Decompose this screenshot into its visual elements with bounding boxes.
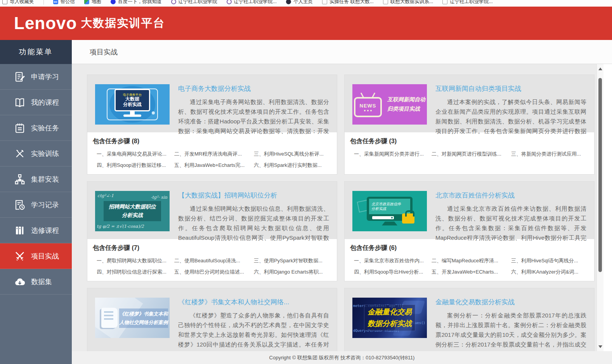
project-description: 通过采集电子商务网站数据、利用数据清洗、数据分析、数据可视化技术完成整体项目的开… — [178, 97, 329, 136]
sidebar-title: 功能菜单 — [0, 40, 72, 64]
page-titlebar: 项目实战 — [72, 40, 612, 64]
page-icon — [442, 0, 447, 4]
sidebar-item-experiment-training[interactable]: 实验训练 — [0, 141, 72, 166]
app-header: Lenovo 大数据实训平台 — [0, 7, 612, 40]
step-item: 二、对新闻网页进行模型训练... — [432, 151, 511, 158]
project-title-link[interactable]: 《红楼梦》书集文本和人物社交网络... — [178, 298, 329, 307]
thumbnail-caption: 招聘网站大数据职位 分析实战 — [104, 201, 161, 221]
page-icon — [383, 0, 388, 4]
step-item: 五、利用JavaWeb+Echarts完... — [174, 162, 254, 169]
open-book-icon — [14, 97, 26, 108]
sidebar-item-project-practice[interactable]: 项目实战 — [0, 243, 72, 269]
scrollbar-thumb[interactable] — [598, 78, 602, 272]
project-title-link[interactable]: 金融量化交易数据分析实战 — [435, 298, 586, 307]
project-thumbnail[interactable]: 《红楼梦》书集文本和 人物社交网络分析案例 — [95, 298, 170, 338]
step-item: 五、使用结巴分词对岗位描述... — [174, 269, 254, 276]
bookmark-item[interactable]: 辽宁社工职业学院... — [442, 0, 492, 5]
project-card-beijing-letters: 北京市政百姓信件 分析实战 北京市政百姓信件分析实战 通过 — [345, 182, 594, 281]
thumbnail-caption: 《红楼梦》书集文本和 人物社交网络分析案例 — [119, 309, 168, 328]
project-description: 通过本案例的实战，了解类似今日头条、网易新闻等企业在新闻产品类应用的实现原理。项… — [435, 97, 586, 136]
steps-count-label: 包含任务步骤 (7) — [93, 244, 331, 252]
tv-news-icon: NEWS — [354, 97, 382, 117]
step-item: 六、利用Spark进行实时数据... — [254, 162, 331, 169]
project-card-ecommerce: 电子商务平台 大数据 分析实战 电子商务大数据分析实战 — [87, 75, 337, 174]
formula-doodle: ctg²∠-1 — [97, 193, 114, 198]
bookmark-item[interactable]: 百度一下，你就知道 — [111, 0, 162, 5]
scroll-down-arrow[interactable] — [597, 343, 603, 350]
project-thumbnail[interactable]: meters.contains("age")){ dQuery<Person> … — [352, 298, 427, 338]
sidebar-item-experiment-tasks[interactable]: 实验任务 — [0, 115, 72, 141]
bookmark-item[interactable]: oc智公信 — [53, 0, 75, 5]
sidebar-item-apply-learning[interactable]: 申请学习 — [0, 64, 72, 90]
notepad-icon — [14, 122, 26, 134]
copyright-text: Copyright © 联想集团 版权所有 技术咨询：010-82793540(… — [269, 354, 415, 361]
step-item: 三、利用HiveSQL离线分析评... — [254, 151, 331, 158]
step-item: 三、利用HiveSql语句离线分... — [511, 257, 589, 264]
book-icon — [101, 308, 118, 328]
step-item: 六、利用Django Echarts将职... — [254, 269, 331, 276]
crossed-swords-icon — [14, 250, 26, 262]
project-thumbnail[interactable]: ctg²∠-1 tg φ/2 = ±√(1-cosα)/2 -tg²· sin … — [95, 191, 170, 231]
baidu-icon — [111, 0, 116, 4]
step-item: 六、利用IKAnalyzer分词&词... — [511, 269, 589, 276]
dot-shape — [152, 111, 155, 114]
sidebar-item-dataset[interactable]: 数据集 — [0, 269, 72, 295]
site-icon — [286, 0, 291, 4]
project-card-hongloumeng: 《红楼梦》书集文本和 人物社交网络分析案例 《红楼梦》书集文本和人物社交网络..… — [87, 288, 337, 351]
step-item: 二、使用BeautifulSoup清洗... — [174, 257, 254, 264]
project-title-link[interactable]: 北京市政百姓信件分析实战 — [435, 191, 586, 200]
sitemap-icon — [14, 173, 26, 185]
step-item: 四、利用Sqoop导出Hive分析... — [354, 269, 432, 276]
project-description: 通过采集北京市政百姓信件来访数据、利用数据清洗、数据分析、数据可视化技术完成整体… — [435, 204, 586, 243]
project-thumbnail[interactable]: NEWS 互联网新闻自动 归类项目实战 — [352, 84, 427, 125]
map-icon — [84, 0, 89, 4]
page-title: 项目实战 — [90, 47, 118, 57]
briefcase-icon — [402, 213, 414, 224]
bookmark-item[interactable]: 地图 — [84, 0, 101, 5]
sidebar-item-my-courses[interactable]: 我的课程 — [0, 90, 72, 115]
project-description: 《红楼梦》塑造了众多的人物形象，他们各自具有自己独特的个性特征，成为不朽的艺术典… — [178, 310, 329, 349]
project-thumbnail[interactable]: 北京市政百姓信件 分析实战 — [352, 191, 427, 231]
sidebar-item-label: 申请学习 — [31, 72, 59, 81]
page-icon — [322, 0, 327, 4]
bookmark-import[interactable]: 导入收藏夹 — [2, 0, 34, 5]
sidebar-item-cluster-install[interactable]: 集群安装 — [0, 166, 72, 192]
sidebar-item-label: 项目实战 — [31, 251, 59, 261]
bookmark-item[interactable]: 实操任务 联想大数... — [322, 0, 374, 5]
cloud-download-icon — [14, 276, 26, 288]
content-scroll-region[interactable]: 电子商务平台 大数据 分析实战 电子商务大数据分析实战 — [72, 64, 596, 351]
project-card-recruit: ctg²∠-1 tg φ/2 = ±√(1-cosα)/2 -tg²· sin … — [87, 182, 337, 281]
sidebar-item-learning-records[interactable]: 学习记录 — [0, 192, 72, 218]
sidebar-item-label: 学习记录 — [31, 200, 59, 210]
project-description: 通过采集招聘网站大数据职位信息、利用数据清洗、数据分析、结巴分词、数据挖掘完成整… — [178, 204, 329, 243]
bookmark-item[interactable]: 辽宁社工职业学院 — [171, 0, 217, 5]
project-title-link[interactable]: 【大数据实战】招聘网站职位分析 — [178, 191, 329, 200]
school-icon — [171, 0, 176, 4]
steps-count-label: 包含任务步骤 (3) — [350, 137, 589, 146]
step-item: 一、爬取招聘网站大数据职位... — [97, 257, 174, 264]
step-item: 三、使用PySpark对智联数据... — [254, 257, 331, 264]
sidebar-item-elective-courses[interactable]: 选修课程 — [0, 218, 72, 243]
project-title-link[interactable]: 电子商务大数据分析实战 — [178, 84, 329, 93]
bookmark-item[interactable]: 个人主页 — [286, 0, 313, 5]
footer: Copyright © 联想集团 版权所有 技术咨询：010-82793540(… — [72, 351, 612, 364]
project-title-link[interactable]: 互联网新闻自动归类项目实战 — [435, 84, 586, 93]
monitor-stand-shape — [382, 222, 397, 225]
main-area: 项目实战 电子商务平台 — [72, 40, 612, 364]
project-card-finance: meters.contains("age")){ dQuery<Person> … — [345, 288, 594, 351]
steps-count-label: 包含任务步骤 (6) — [350, 244, 589, 252]
project-thumbnail[interactable]: 电子商务平台 大数据 分析实战 — [95, 84, 170, 125]
bookmark-item[interactable]: 联想大数据实训系... — [383, 0, 433, 5]
scroll-up-arrow[interactable] — [597, 66, 603, 72]
bookmark-item[interactable]: 辽宁社工职业学院... — [227, 0, 277, 5]
import-icon — [2, 0, 7, 4]
school-icon — [227, 0, 232, 4]
step-item: 四、利用Sqoop进行数据迁移... — [97, 162, 174, 169]
sidebar-filler — [0, 295, 72, 364]
oc-site-icon: oc — [53, 0, 58, 4]
step-item: 四、对招聘职位信息进行探索... — [97, 269, 174, 276]
project-card-news: NEWS 互联网新闻自动 归类项目实战 互联网新闻自动归类项目实战 — [345, 75, 594, 174]
steps-count-label: 包含任务步骤 (8) — [93, 137, 331, 146]
vertical-scrollbar[interactable] — [596, 64, 603, 351]
sidebar-item-label: 数据集 — [31, 277, 52, 286]
